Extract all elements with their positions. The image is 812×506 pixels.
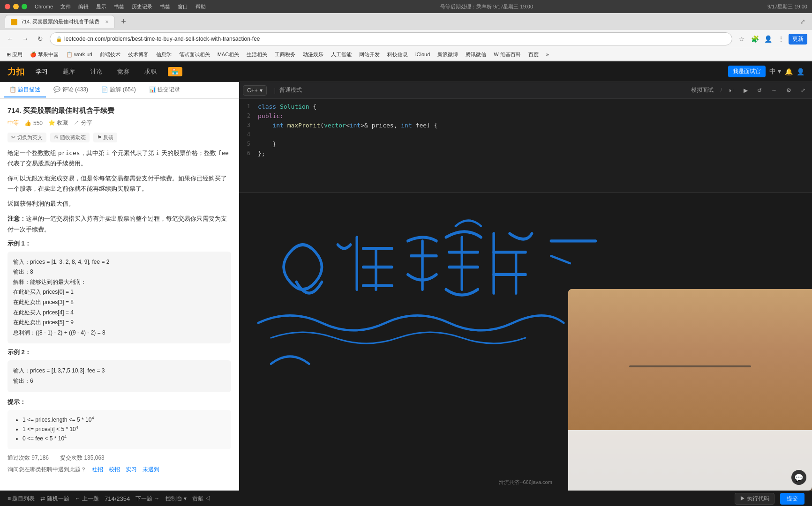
address-bar-row: ← → ↻ 🔒 leetcode-cn.com/problems/best-ti… bbox=[0, 30, 812, 48]
nav-store[interactable]: 🏪 bbox=[168, 67, 182, 76]
bookmark-techblog[interactable]: 技术博客 bbox=[125, 50, 151, 59]
submit-button[interactable]: 提交 bbox=[780, 493, 804, 505]
example1-step2: 在此处卖出 prices[3] = 8 bbox=[13, 298, 226, 308]
code-editor[interactable]: 1 class Solution { 2 public: 3 int maxPr… bbox=[239, 99, 812, 193]
chat-bubble-icon[interactable]: 💬 bbox=[791, 470, 806, 485]
bookmark-work[interactable]: 📋 work url bbox=[63, 51, 95, 59]
bookmark-apple[interactable]: 🍎 苹果中国 bbox=[27, 50, 61, 59]
example1-box: 输入：prices = [1, 3, 2, 8, 4, 9], fee = 2 … bbox=[8, 252, 231, 344]
pass-rate: 通过次数 97,186 bbox=[8, 454, 49, 462]
bookmark-life[interactable]: 生活相关 bbox=[244, 50, 270, 59]
code-line-6: 6 }; bbox=[239, 149, 812, 159]
fullscreen-button[interactable] bbox=[22, 4, 27, 9]
run-code-button[interactable]: ▶ 执行代码 bbox=[735, 493, 774, 505]
community-none[interactable]: 未遇到 bbox=[143, 466, 159, 474]
reload-button[interactable]: ↻ bbox=[35, 33, 46, 45]
menu-history[interactable]: 书签 bbox=[114, 3, 124, 10]
restore-button[interactable]: ⤢ bbox=[798, 17, 807, 26]
nav-learn[interactable]: 学习 bbox=[32, 66, 52, 78]
tab-comments[interactable]: 💬 评论 (433) bbox=[48, 83, 94, 97]
problem-title: 714. 买卖股票的最佳时机含手续费 bbox=[8, 106, 231, 115]
menu-file[interactable]: Chrome bbox=[35, 4, 53, 9]
run-btn-tb[interactable]: ▶ bbox=[741, 86, 751, 95]
bookmark-interview[interactable]: 笔试面试相关 bbox=[176, 50, 213, 59]
tab-close-button[interactable]: ✕ bbox=[105, 19, 109, 24]
extensions-icon[interactable]: 🧩 bbox=[749, 33, 760, 45]
bookmark-weibo[interactable]: 新浪微博 bbox=[435, 50, 461, 59]
code-line-1: 1 class Solution { bbox=[239, 103, 812, 112]
menu-help[interactable]: 书签 bbox=[160, 3, 170, 10]
prev-problem-btn[interactable]: ← 上一题 bbox=[75, 495, 99, 503]
share-btn[interactable]: ↗ 分享 bbox=[74, 119, 92, 127]
bookmark-mac[interactable]: MAC相关 bbox=[215, 50, 242, 59]
tab-submissions[interactable]: 📊 提交记录 bbox=[143, 83, 186, 97]
bookmark-apps[interactable]: ⊞ 应用 bbox=[4, 50, 25, 59]
bookmark-anime[interactable]: 动漫娱乐 bbox=[300, 50, 326, 59]
menu-bookmarks[interactable]: 显示 bbox=[96, 3, 106, 10]
bookmark-wiki[interactable]: W 维基百科 bbox=[491, 50, 523, 59]
forward-button[interactable]: → bbox=[20, 33, 31, 45]
interviewer-btn[interactable]: 我是面试官 bbox=[728, 66, 766, 77]
console-btn[interactable]: 控制台 ▾ bbox=[165, 495, 187, 503]
ssl-lock-icon: 🔒 bbox=[56, 36, 62, 42]
lang-dropdown-icon: ▾ bbox=[260, 87, 263, 94]
community-school[interactable]: 校招 bbox=[109, 466, 120, 474]
code-line-5: 5 } bbox=[239, 140, 812, 149]
collection-btn[interactable]: ⭐ 收藏 bbox=[48, 119, 68, 127]
bookmark-frontend[interactable]: 前端技术 bbox=[97, 50, 123, 59]
bookmark-icloud[interactable]: iCloud bbox=[413, 51, 433, 58]
address-input[interactable]: 🔒 leetcode-cn.com/problems/best-time-to-… bbox=[50, 32, 732, 45]
bookmark-tax[interactable]: 工商税务 bbox=[272, 50, 298, 59]
menu-edit[interactable]: 文件 bbox=[60, 3, 71, 10]
bookmark-star-icon[interactable]: ☆ bbox=[736, 33, 747, 45]
nav-jobs[interactable]: 求职 bbox=[141, 66, 160, 78]
tab-solutions[interactable]: 📄 题解 (654) bbox=[96, 83, 142, 97]
update-button[interactable]: 更新 bbox=[789, 34, 807, 45]
community-social[interactable]: 社招 bbox=[92, 466, 103, 474]
nav-discuss[interactable]: 讨论 bbox=[86, 66, 106, 78]
play-btn[interactable]: ⏯ bbox=[726, 86, 737, 95]
settings-icon[interactable]: ⚙ bbox=[783, 86, 794, 95]
example1-total: 总利润：((8 - 1) - 2) + ((9 - 4) - 2) = 8 bbox=[13, 328, 226, 338]
community-intern[interactable]: 实习 bbox=[126, 466, 137, 474]
random-problem-btn[interactable]: ⇄ 随机一题 bbox=[40, 495, 69, 503]
user-icon[interactable]: 👤 bbox=[762, 33, 774, 45]
bookmark-ai[interactable]: 人工智能 bbox=[328, 50, 354, 59]
language-selector[interactable]: C++ ▾ bbox=[243, 85, 267, 96]
follow-btn[interactable]: ♾ 随收藏动态 bbox=[50, 133, 90, 142]
tab-description[interactable]: 📋 题目描述 bbox=[4, 83, 46, 97]
bookmark-tech[interactable]: 科技信息 bbox=[384, 50, 411, 59]
next-problem-btn[interactable]: 下一题 → bbox=[135, 495, 159, 503]
community-row: 询问您在哪类招聘中遇到此题？ 社招 校招 实习 未遇到 bbox=[8, 466, 231, 474]
new-tab-button[interactable]: + bbox=[117, 15, 130, 28]
feedback-btn[interactable]: ⚑ 反馈 bbox=[93, 133, 117, 142]
switch-lang-btn[interactable]: ✂ 切换为英文 bbox=[8, 133, 46, 142]
problem-description: 给定一个整数数组 prices，其中第 i 个元素代表了第 i 天的股票价格；整… bbox=[8, 148, 231, 235]
avatar-icon[interactable]: 👤 bbox=[797, 68, 804, 75]
menu-view[interactable]: 编辑 bbox=[78, 3, 89, 10]
menu-dots-icon[interactable]: ⋮ bbox=[775, 33, 787, 45]
nav-contest[interactable]: 竞赛 bbox=[113, 66, 133, 78]
fullscreen-icon[interactable]: ⤢ bbox=[798, 86, 808, 95]
menu-window2[interactable]: 窗口 bbox=[178, 3, 188, 10]
minimize-button[interactable] bbox=[13, 4, 19, 9]
contribute-btn[interactable]: 贡献 ◁ bbox=[192, 495, 211, 503]
active-tab[interactable]: 714. 买卖股票的最佳时机含手续费 ✕ bbox=[5, 15, 115, 28]
lc-logo[interactable]: 力扣 bbox=[8, 66, 24, 77]
back-button[interactable]: ← bbox=[5, 33, 16, 45]
notifications-icon[interactable]: 🔔 bbox=[785, 68, 793, 75]
bookmark-wechat[interactable]: 腾讯微信 bbox=[463, 50, 489, 59]
nav-problems[interactable]: 题库 bbox=[59, 66, 79, 78]
mock-interview-btn[interactable]: 模拟面试 bbox=[688, 85, 716, 96]
bookmark-more[interactable]: » bbox=[543, 51, 552, 58]
bookmark-baidu[interactable]: 百度 bbox=[526, 50, 541, 59]
lang-switch[interactable]: 中 ▾ bbox=[769, 67, 781, 76]
menu-window[interactable]: 历史记录 bbox=[132, 3, 152, 10]
bookmark-info[interactable]: 信息学 bbox=[153, 50, 174, 59]
problem-list-btn[interactable]: ≡ 题目列表 bbox=[8, 495, 35, 503]
next-btn[interactable]: → bbox=[768, 86, 780, 95]
close-button[interactable] bbox=[5, 4, 10, 9]
reset-btn[interactable]: ↺ bbox=[754, 86, 765, 95]
menu-other[interactable]: 帮助 bbox=[195, 3, 206, 10]
bookmark-webdev[interactable]: 网站开发 bbox=[356, 50, 383, 59]
